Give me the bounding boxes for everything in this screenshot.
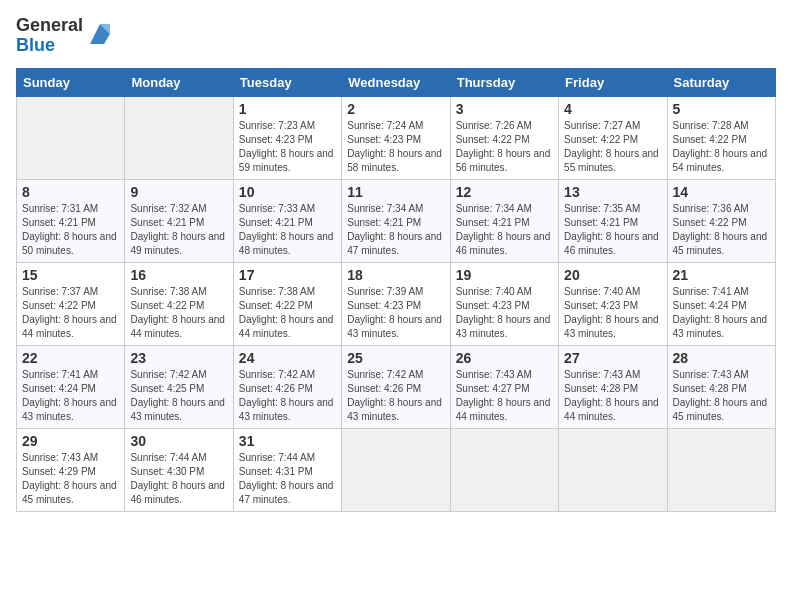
day-number: 17 bbox=[239, 267, 336, 283]
calendar-cell: 1Sunrise: 7:23 AMSunset: 4:23 PMDaylight… bbox=[233, 96, 341, 179]
day-number: 25 bbox=[347, 350, 444, 366]
day-number: 9 bbox=[130, 184, 227, 200]
weekday-header-friday: Friday bbox=[559, 68, 667, 96]
cell-info: Sunrise: 7:35 AMSunset: 4:21 PMDaylight:… bbox=[564, 203, 659, 256]
cell-info: Sunrise: 7:42 AMSunset: 4:25 PMDaylight:… bbox=[130, 369, 225, 422]
calendar-cell: 28Sunrise: 7:43 AMSunset: 4:28 PMDayligh… bbox=[667, 345, 775, 428]
calendar-cell bbox=[342, 428, 450, 511]
weekday-header-saturday: Saturday bbox=[667, 68, 775, 96]
day-number: 8 bbox=[22, 184, 119, 200]
calendar-week-5: 29Sunrise: 7:43 AMSunset: 4:29 PMDayligh… bbox=[17, 428, 776, 511]
day-number: 1 bbox=[239, 101, 336, 117]
calendar-cell: 3Sunrise: 7:26 AMSunset: 4:22 PMDaylight… bbox=[450, 96, 558, 179]
calendar-cell: 14Sunrise: 7:36 AMSunset: 4:22 PMDayligh… bbox=[667, 179, 775, 262]
cell-info: Sunrise: 7:26 AMSunset: 4:22 PMDaylight:… bbox=[456, 120, 551, 173]
cell-info: Sunrise: 7:28 AMSunset: 4:22 PMDaylight:… bbox=[673, 120, 768, 173]
cell-info: Sunrise: 7:40 AMSunset: 4:23 PMDaylight:… bbox=[456, 286, 551, 339]
logo-blue: Blue bbox=[16, 35, 55, 55]
calendar-cell: 15Sunrise: 7:37 AMSunset: 4:22 PMDayligh… bbox=[17, 262, 125, 345]
day-number: 12 bbox=[456, 184, 553, 200]
day-number: 19 bbox=[456, 267, 553, 283]
cell-info: Sunrise: 7:42 AMSunset: 4:26 PMDaylight:… bbox=[347, 369, 442, 422]
day-number: 4 bbox=[564, 101, 661, 117]
weekday-header-tuesday: Tuesday bbox=[233, 68, 341, 96]
calendar-week-2: 8Sunrise: 7:31 AMSunset: 4:21 PMDaylight… bbox=[17, 179, 776, 262]
calendar-cell: 13Sunrise: 7:35 AMSunset: 4:21 PMDayligh… bbox=[559, 179, 667, 262]
calendar-cell: 25Sunrise: 7:42 AMSunset: 4:26 PMDayligh… bbox=[342, 345, 450, 428]
day-number: 23 bbox=[130, 350, 227, 366]
calendar-cell: 8Sunrise: 7:31 AMSunset: 4:21 PMDaylight… bbox=[17, 179, 125, 262]
cell-info: Sunrise: 7:38 AMSunset: 4:22 PMDaylight:… bbox=[239, 286, 334, 339]
day-number: 13 bbox=[564, 184, 661, 200]
cell-info: Sunrise: 7:41 AMSunset: 4:24 PMDaylight:… bbox=[673, 286, 768, 339]
logo-image: General Blue bbox=[16, 16, 114, 56]
day-number: 18 bbox=[347, 267, 444, 283]
day-number: 14 bbox=[673, 184, 770, 200]
calendar-cell: 24Sunrise: 7:42 AMSunset: 4:26 PMDayligh… bbox=[233, 345, 341, 428]
day-number: 30 bbox=[130, 433, 227, 449]
weekday-header-wednesday: Wednesday bbox=[342, 68, 450, 96]
cell-info: Sunrise: 7:44 AMSunset: 4:31 PMDaylight:… bbox=[239, 452, 334, 505]
cell-info: Sunrise: 7:23 AMSunset: 4:23 PMDaylight:… bbox=[239, 120, 334, 173]
cell-info: Sunrise: 7:27 AMSunset: 4:22 PMDaylight:… bbox=[564, 120, 659, 173]
cell-info: Sunrise: 7:36 AMSunset: 4:22 PMDaylight:… bbox=[673, 203, 768, 256]
cell-info: Sunrise: 7:43 AMSunset: 4:28 PMDaylight:… bbox=[673, 369, 768, 422]
weekday-header-monday: Monday bbox=[125, 68, 233, 96]
day-number: 16 bbox=[130, 267, 227, 283]
calendar-cell: 30Sunrise: 7:44 AMSunset: 4:30 PMDayligh… bbox=[125, 428, 233, 511]
cell-info: Sunrise: 7:44 AMSunset: 4:30 PMDaylight:… bbox=[130, 452, 225, 505]
day-number: 10 bbox=[239, 184, 336, 200]
day-number: 27 bbox=[564, 350, 661, 366]
cell-info: Sunrise: 7:43 AMSunset: 4:29 PMDaylight:… bbox=[22, 452, 117, 505]
calendar-cell: 27Sunrise: 7:43 AMSunset: 4:28 PMDayligh… bbox=[559, 345, 667, 428]
page-header: General Blue bbox=[16, 16, 776, 56]
calendar-cell: 26Sunrise: 7:43 AMSunset: 4:27 PMDayligh… bbox=[450, 345, 558, 428]
calendar-cell bbox=[17, 96, 125, 179]
day-number: 2 bbox=[347, 101, 444, 117]
calendar-cell: 5Sunrise: 7:28 AMSunset: 4:22 PMDaylight… bbox=[667, 96, 775, 179]
calendar-week-4: 22Sunrise: 7:41 AMSunset: 4:24 PMDayligh… bbox=[17, 345, 776, 428]
cell-info: Sunrise: 7:31 AMSunset: 4:21 PMDaylight:… bbox=[22, 203, 117, 256]
calendar-cell: 21Sunrise: 7:41 AMSunset: 4:24 PMDayligh… bbox=[667, 262, 775, 345]
logo-general: General bbox=[16, 15, 83, 35]
day-number: 3 bbox=[456, 101, 553, 117]
calendar-cell: 18Sunrise: 7:39 AMSunset: 4:23 PMDayligh… bbox=[342, 262, 450, 345]
cell-info: Sunrise: 7:39 AMSunset: 4:23 PMDaylight:… bbox=[347, 286, 442, 339]
cell-info: Sunrise: 7:42 AMSunset: 4:26 PMDaylight:… bbox=[239, 369, 334, 422]
cell-info: Sunrise: 7:34 AMSunset: 4:21 PMDaylight:… bbox=[456, 203, 551, 256]
day-number: 26 bbox=[456, 350, 553, 366]
calendar-cell: 11Sunrise: 7:34 AMSunset: 4:21 PMDayligh… bbox=[342, 179, 450, 262]
calendar-cell bbox=[667, 428, 775, 511]
day-number: 5 bbox=[673, 101, 770, 117]
calendar-table: SundayMondayTuesdayWednesdayThursdayFrid… bbox=[16, 68, 776, 512]
calendar-cell: 10Sunrise: 7:33 AMSunset: 4:21 PMDayligh… bbox=[233, 179, 341, 262]
calendar-cell: 29Sunrise: 7:43 AMSunset: 4:29 PMDayligh… bbox=[17, 428, 125, 511]
day-number: 15 bbox=[22, 267, 119, 283]
day-number: 21 bbox=[673, 267, 770, 283]
day-number: 31 bbox=[239, 433, 336, 449]
day-number: 29 bbox=[22, 433, 119, 449]
cell-info: Sunrise: 7:41 AMSunset: 4:24 PMDaylight:… bbox=[22, 369, 117, 422]
weekday-header-sunday: Sunday bbox=[17, 68, 125, 96]
calendar-cell: 20Sunrise: 7:40 AMSunset: 4:23 PMDayligh… bbox=[559, 262, 667, 345]
weekday-header-thursday: Thursday bbox=[450, 68, 558, 96]
calendar-cell: 19Sunrise: 7:40 AMSunset: 4:23 PMDayligh… bbox=[450, 262, 558, 345]
calendar-cell: 2Sunrise: 7:24 AMSunset: 4:23 PMDaylight… bbox=[342, 96, 450, 179]
cell-info: Sunrise: 7:32 AMSunset: 4:21 PMDaylight:… bbox=[130, 203, 225, 256]
calendar-cell: 16Sunrise: 7:38 AMSunset: 4:22 PMDayligh… bbox=[125, 262, 233, 345]
cell-info: Sunrise: 7:33 AMSunset: 4:21 PMDaylight:… bbox=[239, 203, 334, 256]
cell-info: Sunrise: 7:40 AMSunset: 4:23 PMDaylight:… bbox=[564, 286, 659, 339]
calendar-week-3: 15Sunrise: 7:37 AMSunset: 4:22 PMDayligh… bbox=[17, 262, 776, 345]
cell-info: Sunrise: 7:34 AMSunset: 4:21 PMDaylight:… bbox=[347, 203, 442, 256]
calendar-cell: 4Sunrise: 7:27 AMSunset: 4:22 PMDaylight… bbox=[559, 96, 667, 179]
calendar-cell bbox=[559, 428, 667, 511]
calendar-cell: 31Sunrise: 7:44 AMSunset: 4:31 PMDayligh… bbox=[233, 428, 341, 511]
calendar-cell: 17Sunrise: 7:38 AMSunset: 4:22 PMDayligh… bbox=[233, 262, 341, 345]
calendar-cell: 22Sunrise: 7:41 AMSunset: 4:24 PMDayligh… bbox=[17, 345, 125, 428]
cell-info: Sunrise: 7:43 AMSunset: 4:28 PMDaylight:… bbox=[564, 369, 659, 422]
calendar-cell bbox=[125, 96, 233, 179]
day-number: 22 bbox=[22, 350, 119, 366]
day-number: 28 bbox=[673, 350, 770, 366]
logo-icon bbox=[86, 20, 114, 48]
calendar-cell: 23Sunrise: 7:42 AMSunset: 4:25 PMDayligh… bbox=[125, 345, 233, 428]
